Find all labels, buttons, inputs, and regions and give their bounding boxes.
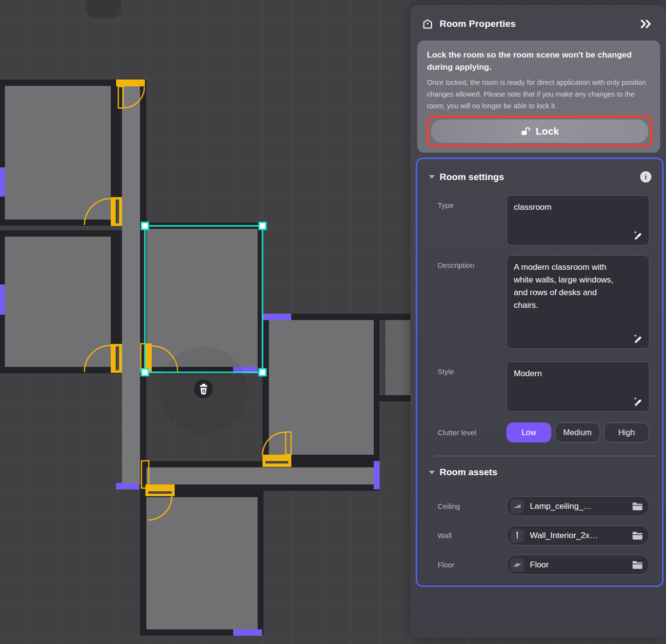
floor-value: Floor	[530, 560, 549, 570]
wall-asset-pill[interactable]: Wall_Interior_2x…	[506, 525, 649, 545]
wall-asset-row: Wall Wall_Interior_2x…	[417, 525, 662, 545]
lock-button[interactable]: Lock	[431, 120, 648, 143]
type-input[interactable]: classroom	[506, 195, 649, 245]
ceiling-value: Lamp_ceiling_…	[530, 502, 592, 511]
magic-wand-icon[interactable]	[632, 333, 643, 343]
clutter-option-medium[interactable]: Medium	[555, 423, 601, 443]
magic-wand-icon[interactable]	[632, 396, 643, 406]
selection-handle-sw[interactable]	[141, 369, 148, 376]
clutter-level-group: Low Medium High	[506, 423, 649, 443]
window-left-bottom[interactable]	[0, 284, 5, 315]
collapse-panel-button[interactable]	[639, 18, 653, 30]
style-field-row: Style Modern	[417, 362, 662, 412]
window-room-bottom[interactable]	[233, 629, 262, 636]
ceiling-asset-row: Ceiling Lamp_ceiling_…	[417, 496, 662, 516]
ceiling-label: Ceiling	[438, 502, 506, 510]
info-icon[interactable]: i	[640, 171, 651, 182]
wall-thumbnail	[510, 529, 524, 543]
lock-heading: Lock the room so the room scene won't be…	[427, 49, 652, 73]
room-assets-title: Room assets	[440, 467, 497, 478]
style-value: Modern	[514, 367, 622, 380]
selection-handle-ne[interactable]	[259, 222, 266, 229]
panel-title: Room Properties	[440, 19, 516, 29]
window-corridor-right[interactable]	[374, 461, 380, 489]
clutter-field-row: Clutter level Low Medium High	[417, 423, 662, 443]
description-field-row: Description A modern classroom with whit…	[417, 255, 662, 349]
style-input[interactable]: Modern	[506, 362, 649, 412]
type-field-row: Type classroom	[417, 195, 662, 245]
room-properties-panel: Room Properties Lock the room so the roo…	[410, 5, 666, 638]
section-divider	[435, 456, 657, 456]
folder-icon[interactable]	[632, 502, 643, 511]
selection-handle-se[interactable]	[259, 369, 266, 376]
clutter-option-low[interactable]: Low	[506, 423, 551, 443]
lock-info-card: Lock the room so the room scene won't be…	[417, 40, 660, 153]
unlock-icon	[520, 126, 531, 137]
folder-icon[interactable]	[632, 531, 643, 540]
wall-value: Wall_Interior_2x…	[530, 531, 598, 541]
room-bottom[interactable]	[140, 491, 263, 636]
magic-wand-icon[interactable]	[632, 229, 643, 240]
floor-label: Floor	[438, 561, 506, 569]
lock-description: Once locked, the room is ready for direc…	[427, 77, 652, 112]
window-left-top[interactable]	[0, 167, 5, 197]
caret-down-icon[interactable]	[429, 471, 435, 474]
room-settings-box: Room settings i Type classroom Descripti…	[416, 158, 664, 587]
clutter-option-high[interactable]: High	[604, 423, 649, 443]
description-value: A modern classroom with white walls, lar…	[514, 261, 620, 312]
description-label: Description	[438, 255, 506, 349]
selection-handle-nw[interactable]	[141, 222, 148, 229]
floor-thumbnail	[510, 558, 524, 572]
lock-button-label: Lock	[536, 126, 559, 137]
window-corridor-left[interactable]	[116, 483, 139, 489]
description-input[interactable]: A modern classroom with white walls, lar…	[506, 255, 649, 349]
panel-header: Room Properties	[410, 5, 666, 36]
ceiling-asset-pill[interactable]: Lamp_ceiling_…	[506, 496, 649, 516]
lock-button-highlight: Lock	[427, 116, 652, 147]
canvas-artifact	[86, 0, 121, 18]
room-assets-header: Room assets	[417, 467, 662, 478]
room-settings-title: Room settings	[440, 172, 504, 182]
window-room-right-top[interactable]	[262, 314, 291, 320]
floor-asset-pill[interactable]: Floor	[506, 555, 649, 575]
wall-label: Wall	[438, 531, 506, 540]
caret-down-icon[interactable]	[429, 175, 435, 179]
room-settings-header: Room settings i	[417, 159, 662, 182]
clutter-label: Clutter level	[438, 423, 506, 443]
room-icon	[422, 19, 433, 30]
room-mid-left[interactable]	[0, 230, 122, 373]
double-chevron-right-icon	[640, 19, 652, 29]
delete-room-button[interactable]	[194, 380, 213, 398]
type-value: classroom	[514, 201, 622, 214]
floor-asset-row: Floor Floor	[417, 555, 662, 575]
ceiling-thumbnail	[510, 500, 524, 513]
style-label: Style	[438, 362, 506, 412]
room-top-left[interactable]	[0, 80, 122, 226]
type-label: Type	[438, 195, 506, 245]
folder-icon[interactable]	[632, 561, 643, 569]
